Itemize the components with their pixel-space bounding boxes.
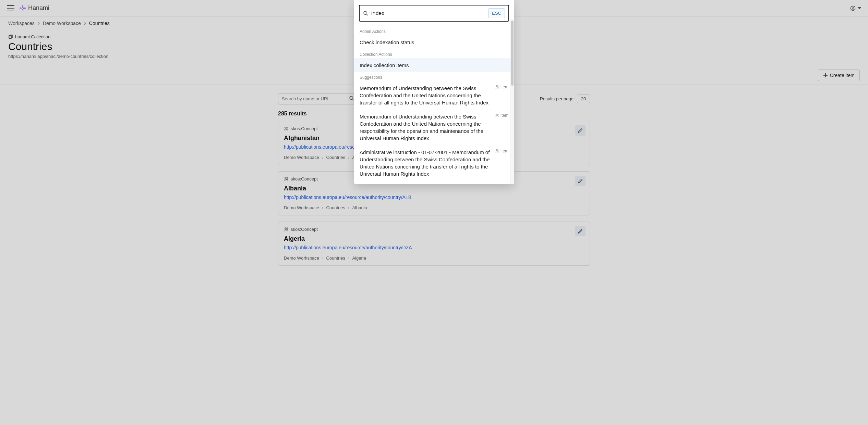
svg-point-4 (24, 8, 25, 9)
palette-group-label: Admin Actions (354, 26, 514, 35)
scrollbar[interactable] (510, 19, 514, 184)
palette-item[interactable]: 2014 Amendments MSC.365.93 Chapters II-1… (354, 181, 514, 184)
app-name: Hanami (28, 4, 49, 12)
edit-button[interactable] (575, 176, 586, 186)
scrollbar-thumb[interactable] (511, 21, 514, 86)
type-label: hanami:Collection (15, 34, 50, 39)
create-item-button[interactable]: Create item (818, 70, 860, 81)
create-item-label: Create item (830, 73, 855, 78)
svg-point-2 (22, 10, 23, 11)
svg-point-28 (497, 150, 498, 151)
palette-group-label: Suggestions (354, 72, 514, 81)
palette-item-tag: Item (495, 85, 508, 89)
breadcrumb-workspace[interactable]: Demo Workspace (43, 21, 81, 26)
svg-point-15 (285, 127, 286, 128)
palette-search-input[interactable] (371, 10, 485, 16)
rpp-select[interactable]: 20 (577, 95, 590, 103)
svg-point-26 (497, 114, 498, 115)
palette-item-text: Index collection items (360, 62, 508, 69)
card-link[interactable]: http://publications.europa.eu/resource/a… (284, 195, 411, 200)
card-crumb[interactable]: Countries (326, 205, 345, 210)
svg-point-21 (364, 11, 367, 14)
edit-button[interactable] (575, 226, 586, 236)
svg-point-16 (287, 127, 288, 128)
svg-point-25 (496, 114, 497, 115)
pencil-icon (578, 228, 583, 234)
svg-line-14 (352, 99, 354, 100)
card-crumb[interactable]: Demo Workspace (284, 155, 319, 160)
palette-esc-button[interactable]: ESC (488, 8, 505, 18)
chevron-right-icon (84, 22, 86, 25)
chevron-right-icon (37, 22, 40, 25)
card-crumb[interactable]: Demo Workspace (284, 205, 319, 210)
item-icon (495, 149, 499, 153)
app-logo[interactable]: Hanami (19, 4, 49, 12)
account-menu[interactable] (850, 5, 861, 11)
svg-point-0 (22, 7, 24, 9)
palette-results: Admin ActionsCheck indexation statusColl… (354, 26, 514, 184)
palette-item[interactable]: Memorandum of Understanding between the … (354, 81, 514, 110)
palette-item-text: Memorandum of Understanding between the … (360, 85, 492, 106)
card-crumb[interactable]: Algeria (352, 255, 366, 261)
card-breadcrumb: Demo Workspace › Countries › Albania (284, 205, 584, 210)
card-crumb[interactable]: Countries (326, 255, 345, 261)
svg-point-1 (22, 5, 23, 6)
palette-item[interactable]: Administrative instruction - 01-07-2001 … (354, 145, 514, 181)
search-icon (349, 96, 354, 101)
results-per-page: Results per page 20 (540, 95, 590, 103)
card-crumb[interactable]: Albania (352, 205, 367, 210)
palette-group-label: Collection Actions (354, 49, 514, 58)
item-icon (495, 85, 499, 89)
user-circle-icon (850, 5, 856, 11)
palette-item[interactable]: Memorandum of Understanding between the … (354, 110, 514, 145)
palette-item-text: Administrative instruction - 01-07-2001 … (360, 149, 492, 177)
palette-item-text: Check indexation status (360, 39, 508, 46)
palette-item-tag: Item (495, 149, 508, 153)
palette-item-tag: Item (495, 113, 508, 118)
card-crumb[interactable]: Countries (326, 155, 345, 160)
search-icon (363, 11, 369, 16)
rpp-label: Results per page (540, 96, 574, 101)
pencil-icon (578, 178, 583, 184)
edit-button[interactable] (575, 125, 586, 136)
svg-point-17 (285, 177, 286, 178)
svg-point-24 (497, 86, 498, 87)
svg-point-13 (350, 96, 353, 99)
breadcrumb-root[interactable]: Workspaces (8, 21, 35, 26)
local-search (278, 93, 358, 104)
svg-point-23 (496, 86, 497, 87)
result-card: skos:Concept Algeria http://publications… (278, 222, 590, 266)
concept-icon (284, 126, 289, 131)
palette-item[interactable]: Index collection items (354, 58, 514, 72)
plus-icon (823, 73, 828, 78)
breadcrumb-current: Countries (89, 21, 110, 26)
caret-down-icon (858, 7, 861, 9)
item-icon (495, 113, 499, 117)
card-type-label: skos:Concept (291, 126, 318, 131)
svg-point-10 (852, 7, 854, 8)
menu-icon[interactable] (7, 5, 14, 11)
pencil-icon (578, 128, 583, 133)
card-title: Algeria (284, 235, 584, 242)
logo-icon (19, 5, 26, 12)
local-search-input[interactable] (278, 93, 346, 104)
type-badge: hanami:Collection (8, 34, 50, 39)
card-type-label: skos:Concept (291, 227, 318, 232)
card-link[interactable]: http://publications.europa.eu/resource/ (284, 144, 365, 150)
palette-item-text: Memorandum of Understanding between the … (360, 113, 492, 142)
palette-item[interactable]: Check indexation status (354, 35, 514, 49)
card-type: skos:Concept (284, 227, 584, 232)
card-link[interactable]: http://publications.europa.eu/resource/a… (284, 245, 412, 250)
svg-point-20 (287, 227, 288, 229)
collection-icon (8, 35, 13, 39)
concept-icon (284, 227, 289, 232)
concept-icon (284, 177, 289, 182)
card-title: Albania (284, 185, 584, 192)
svg-point-19 (285, 227, 286, 229)
svg-point-27 (496, 150, 497, 151)
card-breadcrumb: Demo Workspace › Countries › Algeria (284, 255, 584, 261)
svg-point-18 (287, 177, 288, 178)
svg-point-3 (20, 8, 21, 9)
card-crumb[interactable]: Demo Workspace (284, 255, 319, 261)
command-palette: ESC Admin ActionsCheck indexation status… (354, 0, 514, 184)
